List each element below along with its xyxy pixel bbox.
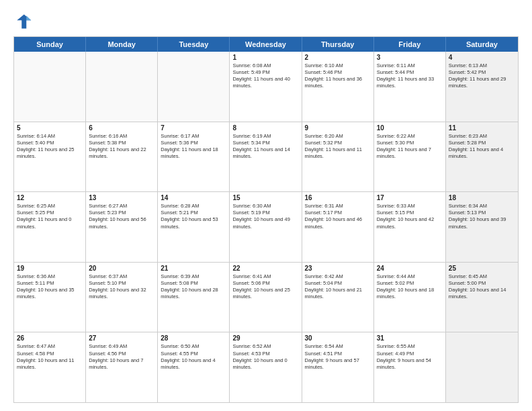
logo [13,12,35,31]
day-info: Sunrise: 6:52 AM Sunset: 4:53 PM Dayligh… [232,343,298,371]
day-number: 4 [449,54,515,61]
header-cell-friday: Friday [374,37,446,52]
day-info: Sunrise: 6:16 AM Sunset: 5:38 PM Dayligh… [89,133,154,161]
day-cell-14: 14Sunrise: 6:28 AM Sunset: 5:21 PM Dayli… [158,192,230,262]
day-info: Sunrise: 6:44 AM Sunset: 5:02 PM Dayligh… [377,273,443,301]
day-cell-empty-0-2 [158,52,230,122]
day-cell-20: 20Sunrise: 6:37 AM Sunset: 5:10 PM Dayli… [86,263,158,332]
day-cell-6: 6Sunrise: 6:16 AM Sunset: 5:38 PM Daylig… [86,122,158,192]
header [13,12,519,31]
day-info: Sunrise: 6:17 AM Sunset: 5:36 PM Dayligh… [161,133,226,161]
day-cell-11: 11Sunrise: 6:23 AM Sunset: 5:28 PM Dayli… [446,122,518,192]
header-cell-tuesday: Tuesday [158,37,230,52]
day-number: 25 [449,265,515,272]
day-cell-10: 10Sunrise: 6:22 AM Sunset: 5:30 PM Dayli… [374,122,446,192]
day-cell-17: 17Sunrise: 6:33 AM Sunset: 5:15 PM Dayli… [374,192,446,262]
calendar: SundayMondayTuesdayWednesdayThursdayFrid… [13,36,519,403]
day-cell-26: 26Sunrise: 6:47 AM Sunset: 4:58 PM Dayli… [14,332,86,402]
day-cell-empty-0-0 [14,52,86,122]
calendar-body: 1Sunrise: 6:08 AM Sunset: 5:49 PM Daylig… [14,52,518,402]
day-cell-18: 18Sunrise: 6:34 AM Sunset: 5:13 PM Dayli… [446,192,518,262]
day-number: 20 [89,265,154,272]
day-number: 24 [377,265,443,272]
day-info: Sunrise: 6:50 AM Sunset: 4:55 PM Dayligh… [161,343,226,371]
day-cell-16: 16Sunrise: 6:31 AM Sunset: 5:17 PM Dayli… [302,192,374,262]
day-number: 21 [161,265,226,272]
day-info: Sunrise: 6:28 AM Sunset: 5:21 PM Dayligh… [161,203,226,230]
week-row-0: 1Sunrise: 6:08 AM Sunset: 5:49 PM Daylig… [14,52,518,122]
day-info: Sunrise: 6:11 AM Sunset: 5:44 PM Dayligh… [377,62,443,90]
day-info: Sunrise: 6:34 AM Sunset: 5:13 PM Dayligh… [449,203,515,230]
logo-icon [13,12,32,31]
day-info: Sunrise: 6:22 AM Sunset: 5:30 PM Dayligh… [377,133,443,161]
day-cell-8: 8Sunrise: 6:19 AM Sunset: 5:34 PM Daylig… [230,122,302,192]
page: SundayMondayTuesdayWednesdayThursdayFrid… [0,0,532,411]
day-info: Sunrise: 6:20 AM Sunset: 5:32 PM Dayligh… [305,133,371,161]
header-cell-sunday: Sunday [14,37,86,52]
day-cell-24: 24Sunrise: 6:44 AM Sunset: 5:02 PM Dayli… [374,263,446,332]
day-cell-13: 13Sunrise: 6:27 AM Sunset: 5:23 PM Dayli… [86,192,158,262]
day-info: Sunrise: 6:13 AM Sunset: 5:42 PM Dayligh… [449,62,515,90]
week-row-1: 5Sunrise: 6:14 AM Sunset: 5:40 PM Daylig… [14,122,518,193]
day-info: Sunrise: 6:41 AM Sunset: 5:06 PM Dayligh… [232,273,298,301]
day-number: 26 [17,334,83,342]
day-number: 18 [449,194,515,201]
day-cell-4: 4Sunrise: 6:13 AM Sunset: 5:42 PM Daylig… [446,52,518,122]
svg-marker-0 [17,15,31,29]
day-info: Sunrise: 6:10 AM Sunset: 5:46 PM Dayligh… [305,62,371,90]
svg-marker-1 [26,15,31,20]
day-cell-empty-4-6 [446,332,518,402]
day-cell-29: 29Sunrise: 6:52 AM Sunset: 4:53 PM Dayli… [230,332,302,402]
day-info: Sunrise: 6:42 AM Sunset: 5:04 PM Dayligh… [305,273,371,301]
day-cell-12: 12Sunrise: 6:25 AM Sunset: 5:25 PM Dayli… [14,192,86,262]
day-info: Sunrise: 6:25 AM Sunset: 5:25 PM Dayligh… [17,203,83,230]
day-cell-30: 30Sunrise: 6:54 AM Sunset: 4:51 PM Dayli… [302,332,374,402]
day-number: 14 [161,194,226,201]
day-info: Sunrise: 6:54 AM Sunset: 4:51 PM Dayligh… [305,343,371,371]
day-number: 29 [232,334,298,342]
week-row-4: 26Sunrise: 6:47 AM Sunset: 4:58 PM Dayli… [14,332,518,402]
week-row-2: 12Sunrise: 6:25 AM Sunset: 5:25 PM Dayli… [14,192,518,263]
day-info: Sunrise: 6:47 AM Sunset: 4:58 PM Dayligh… [17,343,83,371]
day-cell-25: 25Sunrise: 6:45 AM Sunset: 5:00 PM Dayli… [446,263,518,332]
day-number: 27 [89,334,154,342]
day-number: 1 [232,54,298,61]
day-info: Sunrise: 6:36 AM Sunset: 5:11 PM Dayligh… [17,273,83,301]
week-row-3: 19Sunrise: 6:36 AM Sunset: 5:11 PM Dayli… [14,263,518,333]
calendar-header: SundayMondayTuesdayWednesdayThursdayFrid… [14,37,518,52]
day-cell-15: 15Sunrise: 6:30 AM Sunset: 5:19 PM Dayli… [230,192,302,262]
day-number: 31 [377,334,443,342]
day-number: 11 [449,124,515,132]
day-number: 28 [161,334,226,342]
day-cell-empty-0-1 [86,52,158,122]
day-number: 6 [89,124,154,132]
day-info: Sunrise: 6:45 AM Sunset: 5:00 PM Dayligh… [449,273,515,301]
day-cell-28: 28Sunrise: 6:50 AM Sunset: 4:55 PM Dayli… [158,332,230,402]
day-cell-19: 19Sunrise: 6:36 AM Sunset: 5:11 PM Dayli… [14,263,86,332]
day-number: 3 [377,54,443,61]
day-cell-7: 7Sunrise: 6:17 AM Sunset: 5:36 PM Daylig… [158,122,230,192]
day-cell-9: 9Sunrise: 6:20 AM Sunset: 5:32 PM Daylig… [302,122,374,192]
day-info: Sunrise: 6:39 AM Sunset: 5:08 PM Dayligh… [161,273,226,301]
day-info: Sunrise: 6:37 AM Sunset: 5:10 PM Dayligh… [89,273,154,301]
day-info: Sunrise: 6:27 AM Sunset: 5:23 PM Dayligh… [89,203,154,230]
day-number: 8 [232,124,298,132]
day-number: 7 [161,124,226,132]
day-info: Sunrise: 6:55 AM Sunset: 4:49 PM Dayligh… [377,343,443,371]
day-cell-3: 3Sunrise: 6:11 AM Sunset: 5:44 PM Daylig… [374,52,446,122]
day-number: 30 [305,334,371,342]
day-info: Sunrise: 6:49 AM Sunset: 4:56 PM Dayligh… [89,343,154,371]
day-number: 9 [305,124,371,132]
header-cell-thursday: Thursday [302,37,374,52]
day-info: Sunrise: 6:31 AM Sunset: 5:17 PM Dayligh… [305,203,371,230]
header-cell-saturday: Saturday [446,37,518,52]
day-number: 10 [377,124,443,132]
day-number: 15 [232,194,298,201]
day-info: Sunrise: 6:08 AM Sunset: 5:49 PM Dayligh… [232,62,298,90]
day-number: 12 [17,194,83,201]
day-number: 16 [305,194,371,201]
day-number: 23 [305,265,371,272]
day-number: 2 [305,54,371,61]
day-cell-2: 2Sunrise: 6:10 AM Sunset: 5:46 PM Daylig… [302,52,374,122]
day-number: 13 [89,194,154,201]
